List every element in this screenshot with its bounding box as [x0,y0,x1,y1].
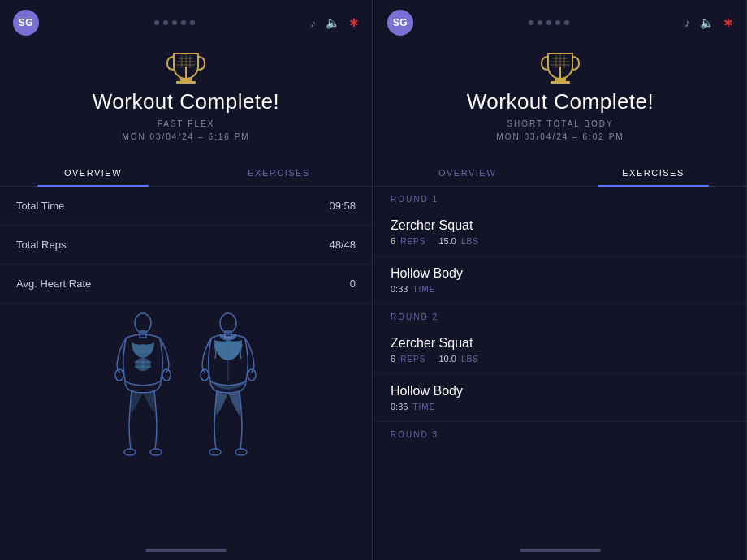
exercises-content-right: ROUND 1 Zercher Squat 6 REPS 15.0 LBS Ho… [374,187,746,544]
body-back [194,312,263,462]
stat-value-reps: 48/48 [329,239,356,251]
workout-title-left: Workout Complete! [93,89,280,114]
svg-point-18 [150,449,162,455]
tab-overview-right[interactable]: OVERVIEW [374,160,560,186]
stat-row-reps: Total Reps 48/48 [0,226,372,265]
tabs-left: OVERVIEW EXERCISES [0,160,372,187]
home-bar-right [520,549,601,552]
tabs-right: OVERVIEW EXERCISES [374,160,746,187]
exercise-details-r2-1: 6 REPS 10.0 LBS [391,354,730,364]
tab-overview-left[interactable]: OVERVIEW [0,160,186,186]
round-header-3: ROUND 3 [374,422,746,444]
tab-exercises-left[interactable]: EXERCISES [186,160,372,186]
svg-point-25 [235,449,247,455]
status-bar-left: SG ♪ 🔈 ✱ [0,0,372,42]
dot-3 [172,20,177,25]
stat-row-time: Total Time 09:58 [0,187,372,226]
exercise-detail-reps-r1-1: 6 REPS [391,236,425,246]
svg-rect-1 [176,81,196,84]
dot-2 [163,20,168,25]
volume-icon-right: 🔈 [700,16,714,29]
status-dots-right [529,20,569,25]
dot-r-2 [538,20,542,25]
status-icons-left: ♪ 🔈 ✱ [310,16,359,29]
exercise-details-r1-1: 6 REPS 15.0 LBS [391,236,730,246]
svg-point-9 [135,313,151,333]
music-icon: ♪ [310,16,316,29]
exercise-details-r2-2: 0:36 TIME [391,402,730,411]
home-bar-left [145,549,227,552]
volume-icon: 🔈 [326,16,339,29]
exercise-name-r1-1: Zercher Squat [391,218,730,233]
stat-label-time: Total Time [16,200,64,212]
exercise-item-r1-2: Hollow Body 0:33 TIME [374,256,746,304]
stat-label-reps: Total Reps [16,239,66,251]
svg-point-24 [209,449,221,455]
status-bar-right: SG ♪ 🔈 ✱ [374,0,746,42]
svg-point-19 [220,313,236,333]
stat-value-hr: 0 [350,278,356,290]
right-panel: SG ♪ 🔈 ✱ Work [374,0,747,560]
exercise-detail-time-r2-2: 0:36 TIME [391,402,435,411]
body-silhouette-area [0,304,372,478]
workout-subtitle-right: SHORT TOTAL BODY MON 03/04/24 – 6:02 PM [496,118,624,144]
exercise-name-r1-2: Hollow Body [391,266,730,281]
round-header-2: ROUND 2 [374,304,746,326]
exercise-name-r2-1: Zercher Squat [391,336,730,351]
svg-rect-27 [551,81,570,84]
workout-title-right: Workout Complete! [467,89,654,114]
exercise-item-r2-2: Hollow Body 0:36 TIME [374,374,746,422]
svg-point-17 [124,449,136,455]
home-indicator-right [374,544,746,560]
workout-complete-area-left: Workout Complete! FAST FLEX MON 03/04/24… [0,42,372,153]
left-panel: SG ♪ 🔈 ✱ [0,0,373,560]
exercise-detail-lbs-r2-1: 10.0 LBS [438,354,478,364]
round-header-1: ROUND 1 [374,187,746,209]
stat-label-hr: Avg. Heart Rate [16,278,91,290]
workout-complete-area-right: Workout Complete! SHORT TOTAL BODY MON 0… [374,42,746,153]
dot-4 [181,20,186,25]
exercise-detail-reps-r2-1: 6 REPS [391,354,425,364]
bluetooth-icon-right: ✱ [723,16,733,29]
stat-row-hr: Avg. Heart Rate 0 [0,265,372,304]
dot-1 [154,20,159,25]
exercise-item-r2-1: Zercher Squat 6 REPS 10.0 LBS [374,326,746,374]
dot-r-4 [555,20,560,25]
bluetooth-icon: ✱ [349,16,359,29]
avatar-right[interactable]: SG [387,10,413,36]
trophy-icon-right [540,49,581,84]
dot-r-3 [546,20,551,25]
tab-exercises-right[interactable]: EXERCISES [560,160,746,186]
dot-r-1 [529,20,533,25]
exercise-detail-time-r1-2: 0:33 TIME [391,284,435,294]
exercise-detail-lbs-r1-1: 15.0 LBS [438,236,478,246]
dot-5 [190,20,195,25]
avatar-left[interactable]: SG [13,10,39,36]
dot-r-5 [564,20,569,25]
trophy-icon-left [166,49,206,84]
exercise-name-r2-2: Hollow Body [391,384,730,398]
status-icons-right: ♪ 🔈 ✱ [684,16,733,29]
body-front [109,312,178,462]
overview-content-left: Total Time 09:58 Total Reps 48/48 Avg. H… [0,187,372,544]
music-icon-right: ♪ [684,16,690,29]
stat-value-time: 09:58 [329,200,356,212]
exercise-item-r1-1: Zercher Squat 6 REPS 15.0 LBS [374,209,746,256]
home-indicator-left [0,544,372,560]
exercise-details-r1-2: 0:33 TIME [391,284,730,294]
workout-subtitle-left: FAST FLEX MON 03/04/24 – 6:16 PM [122,118,249,144]
status-dots-left [154,20,195,25]
